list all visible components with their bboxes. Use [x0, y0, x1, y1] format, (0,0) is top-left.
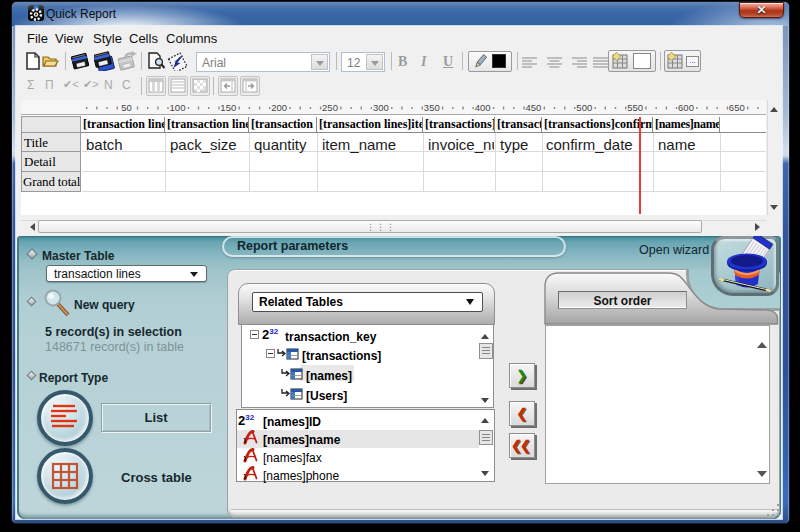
- svg-text:200: 200: [271, 102, 287, 113]
- svg-text:300: 300: [373, 102, 389, 113]
- svg-text:150: 150: [220, 102, 236, 113]
- svg-text:550: 550: [627, 102, 643, 113]
- svg-text:100: 100: [170, 102, 186, 113]
- svg-text:600: 600: [678, 102, 694, 113]
- svg-text:450: 450: [525, 102, 541, 113]
- svg-text:400: 400: [475, 102, 491, 113]
- svg-text:50: 50: [121, 102, 132, 113]
- svg-text:350: 350: [424, 102, 440, 113]
- svg-text:250: 250: [322, 102, 338, 113]
- svg-text:500: 500: [576, 102, 592, 113]
- svg-text:650: 650: [729, 102, 745, 113]
